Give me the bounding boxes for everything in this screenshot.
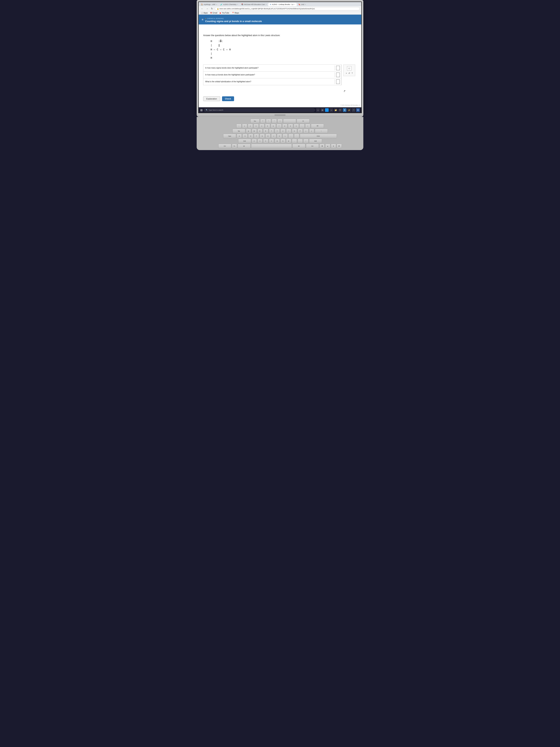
bookmark-youtube[interactable]: ▶ YouTube bbox=[219, 12, 230, 14]
taskbar-search[interactable]: 🔍 Type here to search bbox=[204, 108, 315, 112]
tab-und[interactable]: 🔖 Und × bbox=[297, 3, 308, 6]
key-tilde[interactable]: ~ bbox=[236, 124, 241, 128]
key-tab[interactable]: Tab bbox=[233, 129, 245, 133]
key-alt-right[interactable]: Alt bbox=[292, 144, 305, 148]
input-square-1[interactable] bbox=[336, 66, 340, 70]
question-input-3[interactable] bbox=[335, 78, 341, 85]
taskbar-icon-word[interactable]: W bbox=[356, 108, 360, 112]
key-caps[interactable]: Caps bbox=[223, 134, 236, 138]
key-comma[interactable]: , bbox=[292, 139, 297, 143]
x-tool[interactable]: × bbox=[346, 72, 347, 74]
tab-mcgrawhill[interactable]: 📚 McGraw-Hill Education Cam × bbox=[240, 3, 268, 6]
key-rbracket[interactable]: ] bbox=[309, 129, 314, 133]
key-5[interactable]: 5 bbox=[265, 124, 270, 128]
bookmark-gmail[interactable]: M Gmail bbox=[210, 12, 218, 14]
tab-aleks-lindsay[interactable]: A ALEKS - Lindsay Brooks - Le × bbox=[268, 3, 296, 6]
key-esc[interactable]: Esc bbox=[250, 119, 260, 123]
taskbar-icon-cortana[interactable]: ○ bbox=[316, 108, 320, 112]
start-button[interactable]: ⊞ bbox=[200, 108, 203, 112]
key-right[interactable]: ▶ bbox=[337, 144, 342, 148]
key-ctrl-left[interactable]: Ctrl bbox=[218, 144, 231, 148]
key-q[interactable]: Q bbox=[246, 129, 251, 133]
bookmark-apps[interactable]: ⬜ Apps bbox=[200, 12, 208, 14]
key-j[interactable]: J bbox=[271, 134, 276, 138]
key-w[interactable]: W bbox=[252, 129, 257, 133]
key-f3[interactable]: * bbox=[272, 119, 277, 123]
taskbar-icon-edge[interactable]: 🌐 bbox=[325, 108, 329, 112]
key-x[interactable]: X bbox=[258, 139, 263, 143]
key-r[interactable]: R bbox=[263, 129, 268, 133]
input-square-2[interactable] bbox=[336, 73, 340, 77]
key-h[interactable]: H bbox=[265, 134, 271, 138]
key-fn[interactable]: Fn bbox=[232, 144, 237, 148]
key-minus[interactable]: - bbox=[299, 124, 304, 128]
key-e[interactable]: E bbox=[258, 129, 263, 133]
explanation-button[interactable]: Explanation bbox=[203, 96, 220, 101]
key-m[interactable]: M bbox=[286, 139, 291, 143]
key-f5[interactable] bbox=[283, 119, 296, 123]
key-slash[interactable]: / bbox=[303, 139, 309, 143]
key-8[interactable]: 8 bbox=[282, 124, 287, 128]
key-a[interactable]: A bbox=[237, 134, 242, 138]
dropdown-arrow[interactable]: ∨ bbox=[202, 26, 206, 30]
tab-aleks-chem[interactable]: 🧪 ALEKS Chemistry × bbox=[219, 3, 240, 6]
key-semicolon[interactable]: ; bbox=[288, 134, 294, 138]
key-space[interactable] bbox=[251, 144, 292, 148]
key-n[interactable]: N bbox=[281, 139, 286, 143]
key-2[interactable]: 2 bbox=[248, 124, 253, 128]
bookmark-maps[interactable]: 📍 Maps bbox=[231, 12, 240, 14]
taskbar-icon-task[interactable]: ⊟ bbox=[321, 108, 324, 112]
taskbar-icon-music[interactable]: 🎵 bbox=[352, 108, 355, 112]
key-enter[interactable]: Enter bbox=[300, 134, 337, 138]
tab-mywings[interactable]: 🏠 myWings - UNF × bbox=[199, 3, 219, 6]
key-quote[interactable]: ' bbox=[294, 134, 299, 138]
undo-tool[interactable]: ↺ bbox=[348, 72, 350, 75]
tab-close-und[interactable]: × bbox=[305, 3, 306, 5]
question-input-2[interactable] bbox=[335, 72, 341, 78]
key-down[interactable]: ▼ bbox=[331, 144, 336, 148]
key-io[interactable]: IO bbox=[297, 119, 310, 123]
key-f2[interactable]: * bbox=[266, 119, 271, 123]
key-p[interactable]: P bbox=[298, 129, 303, 133]
key-t[interactable]: T bbox=[269, 129, 274, 133]
key-k[interactable]: K bbox=[277, 134, 282, 138]
key-y[interactable]: Y bbox=[275, 129, 280, 133]
key-shift-left[interactable]: Shift bbox=[238, 139, 251, 143]
key-b[interactable]: B bbox=[275, 139, 280, 143]
key-v[interactable]: V bbox=[269, 139, 274, 143]
check-button[interactable]: Check bbox=[222, 96, 234, 101]
tab-close-mcgrawhill[interactable]: × bbox=[266, 3, 267, 5]
key-1[interactable]: 1 bbox=[242, 124, 247, 128]
tab-close-aleks-chem[interactable]: × bbox=[237, 3, 238, 5]
key-i[interactable]: I bbox=[286, 129, 291, 133]
address-bar[interactable]: 🔒 www-awn.aleks.com/alekscgi/x/lsl.exe/1… bbox=[215, 7, 360, 10]
input-square-3[interactable] bbox=[336, 79, 340, 84]
taskbar-icon-s[interactable]: S bbox=[343, 108, 346, 112]
key-f1[interactable]: ? bbox=[260, 119, 265, 123]
key-0[interactable]: 0 bbox=[294, 124, 299, 128]
back-button[interactable]: ← bbox=[200, 7, 204, 10]
key-ctrl-right[interactable]: Ctrl bbox=[306, 144, 319, 148]
taskbar-icon-shield[interactable]: 🛡 bbox=[338, 108, 342, 112]
key-c[interactable]: C bbox=[263, 139, 268, 143]
taskbar-icon-folder[interactable]: 📁 bbox=[334, 108, 338, 112]
taskbar-icon-circle[interactable]: ○ bbox=[329, 108, 333, 112]
key-d[interactable]: D bbox=[248, 134, 254, 138]
key-period[interactable]: . bbox=[298, 139, 303, 143]
key-z[interactable]: Z bbox=[252, 139, 257, 143]
key-s[interactable]: S bbox=[242, 134, 247, 138]
key-lbracket[interactable]: [ bbox=[303, 129, 309, 133]
key-backspace[interactable]: ⌫ bbox=[311, 124, 324, 128]
key-f4[interactable]: □ bbox=[277, 119, 283, 123]
refresh-button[interactable]: ↻ bbox=[210, 7, 214, 10]
key-backslash[interactable]: \ bbox=[315, 129, 328, 133]
key-left[interactable]: ◀ bbox=[319, 144, 325, 148]
key-up[interactable]: ▲ bbox=[325, 144, 330, 148]
key-3[interactable]: 3 bbox=[254, 124, 259, 128]
tab-close-aleks-lindsay[interactable]: × bbox=[294, 3, 295, 5]
clipboard-tool[interactable]: □ bbox=[347, 66, 351, 71]
key-g[interactable]: G bbox=[260, 134, 265, 138]
key-o[interactable]: O bbox=[292, 129, 297, 133]
key-9[interactable]: 9 bbox=[288, 124, 293, 128]
tab-close-mywings[interactable]: × bbox=[216, 3, 217, 5]
